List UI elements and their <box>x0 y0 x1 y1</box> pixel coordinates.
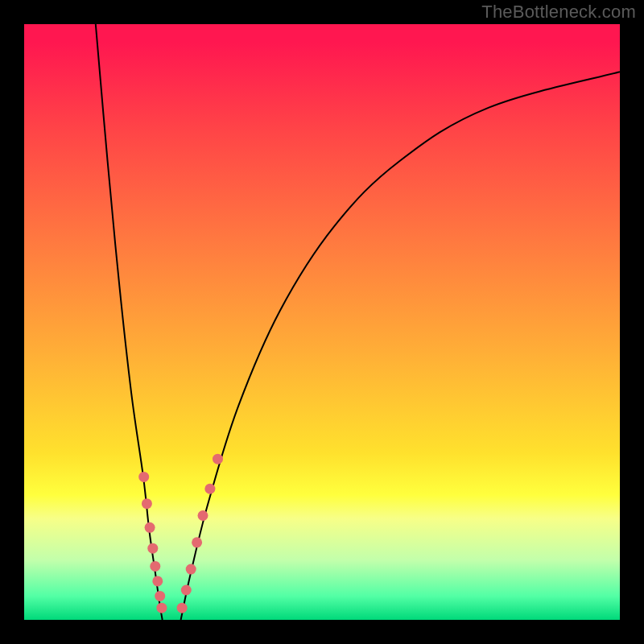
data-marker <box>152 576 163 586</box>
data-marker <box>138 472 149 482</box>
chart-frame: TheBottleneck.com <box>0 0 644 644</box>
plot-area <box>24 24 620 620</box>
data-marker <box>181 585 192 596</box>
watermark-text: TheBottleneck.com <box>481 2 636 23</box>
data-marker <box>186 564 196 575</box>
data-marker <box>147 543 158 554</box>
data-marker <box>177 603 188 613</box>
right-curve <box>181 72 620 620</box>
data-marker <box>192 537 202 547</box>
data-marker <box>155 591 165 601</box>
data-marker <box>150 561 160 572</box>
data-marker <box>142 498 152 509</box>
data-marker <box>204 484 215 494</box>
data-marker <box>156 603 167 613</box>
data-marker <box>198 510 208 521</box>
curves-layer <box>24 24 620 620</box>
data-marker <box>145 522 155 533</box>
data-marker <box>213 454 223 464</box>
data-markers <box>138 454 223 613</box>
